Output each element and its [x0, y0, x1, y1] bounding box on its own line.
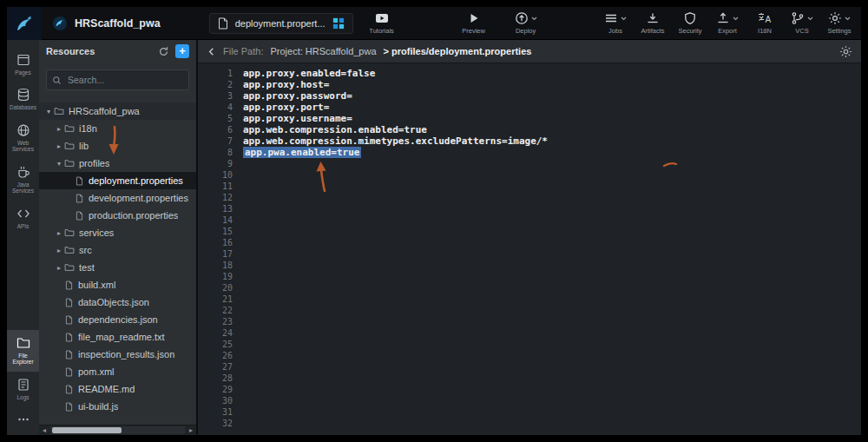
code-line[interactable]: 31	[198, 406, 861, 418]
chevron-down-icon[interactable]	[621, 16, 627, 21]
code-text[interactable]: app.proxy.host=	[243, 79, 329, 90]
topbar-i18n[interactable]: AI18N	[750, 11, 779, 35]
collapse-panel-button[interactable]	[207, 47, 216, 56]
tree-folder-i18n[interactable]: ▸i18n	[39, 120, 196, 137]
code-line[interactable]: 15	[198, 226, 861, 237]
code-line[interactable]: 21	[198, 294, 861, 305]
tree-folder-services[interactable]: ▸services	[39, 224, 196, 241]
chevron-right-icon[interactable]: ▸	[54, 142, 64, 150]
chevron-down-icon[interactable]	[807, 16, 813, 21]
code-line[interactable]: 20	[198, 282, 861, 294]
chevron-down-icon[interactable]	[733, 16, 739, 21]
topbar-jobs[interactable]: Jobs	[601, 11, 630, 35]
code-line[interactable]: 17	[198, 248, 861, 260]
code-line[interactable]: 2app.proxy.host=	[198, 79, 861, 90]
scroll-right-arrow[interactable]: ▸	[186, 426, 196, 435]
scrollbar-track[interactable]	[50, 426, 185, 434]
code-text[interactable]: app.proxy.port=	[243, 102, 329, 113]
chevron-down-icon[interactable]: ▾	[43, 108, 54, 115]
rail-item-databases[interactable]: Databases	[7, 82, 39, 116]
chevron-down-icon[interactable]	[531, 16, 537, 21]
resources-hscrollbar[interactable]: ◂ ▸	[39, 425, 196, 435]
code-line[interactable]: 5app.proxy.username=	[198, 113, 861, 124]
code-text[interactable]: app.proxy.enabled=false	[243, 68, 375, 79]
code-line[interactable]: 1app.proxy.enabled=false	[198, 68, 861, 79]
code-line[interactable]: 6app.web.compression.enabled=true	[198, 124, 861, 135]
tree-file-dependencies-json[interactable]: dependencies.json	[39, 311, 196, 328]
code-line[interactable]: 23	[198, 316, 861, 327]
tree-file-dataobjects-json[interactable]: dataObjects.json	[39, 294, 196, 311]
code-text[interactable]: app.proxy.username=	[243, 113, 352, 124]
code-text[interactable]: app.web.compression.enabled=true	[243, 124, 427, 135]
tree-file-inspection-results-json[interactable]: inspection_results.json	[39, 346, 196, 363]
tree-folder-profiles[interactable]: ▾profiles	[39, 155, 196, 172]
code-line[interactable]: 7app.web.compression.mimetypes.excludePa…	[198, 135, 861, 147]
tree-folder-test[interactable]: ▸test	[39, 259, 196, 276]
code-line[interactable]: 25	[198, 339, 861, 350]
topbar-settings[interactable]: Settings	[825, 11, 854, 35]
chevron-right-icon[interactable]: ▸	[54, 229, 64, 237]
code-line[interactable]: 22	[198, 305, 861, 316]
add-resource-button[interactable]: +	[175, 44, 189, 58]
code-line[interactable]: 24	[198, 327, 861, 339]
topbar-artifacts[interactable]: Artifacts	[638, 11, 667, 35]
code-line[interactable]: 26	[198, 350, 861, 361]
code-line[interactable]: 16	[198, 237, 861, 248]
rail-item-more[interactable]	[7, 406, 39, 435]
search-box[interactable]	[46, 69, 189, 90]
code-line[interactable]: 19	[198, 271, 861, 282]
code-line[interactable]: 28	[198, 373, 861, 384]
topbar-vcs[interactable]: VCS	[787, 11, 817, 35]
code-line[interactable]: 4app.proxy.port=	[198, 102, 861, 113]
tree-folder-hrscaffold-pwa[interactable]: ▾HRScaffold_pwa	[39, 102, 196, 120]
topbar-security[interactable]: Security	[675, 11, 705, 35]
code-line[interactable]: 30	[198, 395, 861, 406]
rail-item-logs[interactable]: Logs	[7, 372, 39, 406]
code-text[interactable]: app.pwa.enabled=true	[243, 147, 361, 158]
tree-file-file-map-readme-txt[interactable]: file_map_readme.txt	[39, 328, 196, 346]
topbar-tutorials[interactable]: Tutorials	[367, 11, 397, 35]
rail-item-java-services[interactable]: Java Services	[7, 159, 39, 201]
chevron-right-icon[interactable]: ▸	[54, 125, 64, 133]
rail-item-file-explorer[interactable]: File Explorer	[7, 330, 39, 372]
wavemaker-logo-icon[interactable]	[7, 7, 42, 40]
tree-file-development-properties[interactable]: development.properties	[39, 189, 196, 207]
code-line[interactable]: 3app.proxy.password=	[198, 90, 861, 102]
tree-folder-lib[interactable]: ▸lib	[39, 137, 196, 155]
code-line[interactable]: 11	[198, 181, 861, 192]
code-text[interactable]: app.web.compression.mimetypes.excludePat…	[243, 135, 548, 147]
tree-file-build-xml[interactable]: build.xml	[39, 276, 196, 294]
code-line[interactable]: 13	[198, 203, 861, 214]
editor-settings-button[interactable]	[839, 45, 852, 58]
rail-item-pages[interactable]: Pages	[7, 47, 39, 82]
project-switcher[interactable]: HRScaffold_pwa	[52, 16, 161, 31]
search-input[interactable]	[66, 74, 183, 86]
chevron-down-icon[interactable]: ▾	[54, 160, 64, 168]
code-line[interactable]: 14	[198, 214, 861, 226]
scrollbar-thumb[interactable]	[52, 427, 122, 433]
file-tab[interactable]: deployment.propert...	[209, 13, 353, 34]
topbar-preview[interactable]: Preview	[459, 11, 489, 35]
code-line[interactable]: 18	[198, 260, 861, 271]
code-line[interactable]: 9	[198, 158, 861, 169]
code-line[interactable]: 12	[198, 192, 861, 203]
code-line[interactable]: 8app.pwa.enabled=true	[198, 147, 861, 158]
tree-file-production-properties[interactable]: production.properties	[39, 207, 196, 224]
chevron-right-icon[interactable]: ▸	[54, 264, 64, 272]
scroll-left-arrow[interactable]: ◂	[39, 426, 49, 435]
code-line[interactable]: 29	[198, 384, 861, 395]
tree-folder-src[interactable]: ▸src	[39, 241, 196, 259]
tree-file-deployment-properties[interactable]: deployment.properties	[39, 172, 196, 189]
code-line[interactable]: 32	[198, 418, 861, 429]
tree-file-ui-build-js[interactable]: ui-build.js	[39, 398, 196, 415]
code-editor[interactable]: 1app.proxy.enabled=false2app.proxy.host=…	[198, 63, 861, 435]
rail-item-apis[interactable]: APIs	[7, 201, 39, 235]
rail-item-web-services[interactable]: Web Services	[7, 117, 39, 159]
code-text[interactable]: app.proxy.password=	[243, 90, 352, 102]
layout-grid-icon[interactable]	[332, 17, 345, 30]
refresh-icon[interactable]	[158, 46, 169, 57]
tree-file-pom-xml[interactable]: pom.xml	[39, 363, 196, 380]
chevron-right-icon[interactable]: ▸	[54, 247, 64, 254]
topbar-deploy[interactable]: Deploy	[511, 11, 541, 35]
code-line[interactable]: 10	[198, 169, 861, 181]
